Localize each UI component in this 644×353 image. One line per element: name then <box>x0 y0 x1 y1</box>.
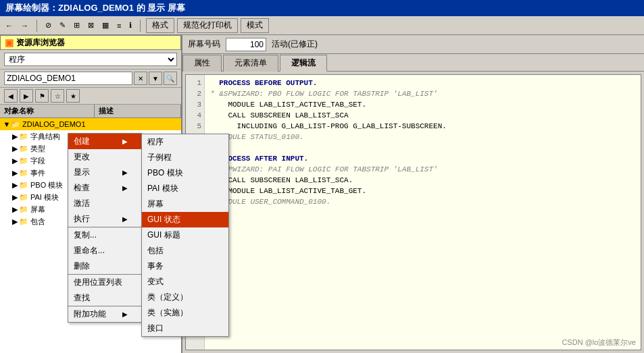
tab-label-properties: 属性 <box>194 58 210 67</box>
ctx-item-find[interactable]: 查找 <box>68 290 141 306</box>
search-find-btn[interactable]: 🔍 <box>164 72 177 85</box>
tree-btn-3[interactable]: ⚑ <box>35 89 49 103</box>
sub-item-6[interactable]: GUI 标题 <box>142 227 228 243</box>
toolbar-btn-3[interactable]: ⊞ <box>71 18 82 33</box>
code-line-2: * &SPWIZARD: PBO FLOW LOGIC FOR TABSTRIP… <box>210 88 635 99</box>
tab-logic[interactable]: 逻辑流 <box>280 55 327 72</box>
tree-label-3: 事件 <box>30 168 45 178</box>
code-line-4: CALL SUBSCREEN LAB_LIST_SCA <box>210 110 635 121</box>
sub-item-5[interactable]: GUI 状态 <box>142 212 228 227</box>
context-menu: 创建 ▶ 程序 子例程 PBO 模块 PAI 模块 屏幕 GUI 状态 GUI … <box>68 133 142 323</box>
tree-btn-4[interactable]: ☆ <box>51 89 64 103</box>
library-icon: ▣ <box>5 37 14 48</box>
ctx-item-display[interactable]: 显示 ▶ <box>68 165 141 180</box>
toolbar-btn-5[interactable]: ▦ <box>99 18 112 33</box>
col-header-desc: 描述 <box>95 105 181 117</box>
tree-toggle-7: ▶ <box>11 217 19 226</box>
forward-button[interactable]: → <box>18 18 31 33</box>
tree-toolbar: ◀ ▶ ⚑ ☆ ★ <box>0 88 181 105</box>
ln-4: 4 <box>189 110 201 121</box>
tab-bar: 属性 元素清单 逻辑流 <box>182 54 644 72</box>
screen-no-input[interactable] <box>226 38 266 51</box>
ctx-item-change[interactable]: 更改 <box>68 149 141 165</box>
tab-label-logic: 逻辑流 <box>291 58 316 67</box>
sub-item-8[interactable]: 事务 <box>142 259 228 274</box>
ctx-label-display: 显示 <box>74 167 90 178</box>
sub-item-9[interactable]: 变式 <box>142 274 228 290</box>
folder-icon-root: 📁 <box>11 120 20 129</box>
tree-btn-1[interactable]: ◀ <box>4 89 18 103</box>
ctx-arrow-create: ▶ <box>122 138 128 145</box>
tree-toggle-0: ▶ <box>11 132 19 141</box>
ctx-item-where-used[interactable]: 使用位置列表 <box>68 274 141 290</box>
sub-item-2[interactable]: PBO 模块 <box>142 165 228 181</box>
ctx-item-delete[interactable]: 删除 <box>68 259 141 274</box>
search-input[interactable] <box>4 72 132 85</box>
sub-item-7[interactable]: 包括 <box>142 243 228 259</box>
tree-toggle-3: ▶ <box>11 169 19 178</box>
format-button[interactable]: 格式 <box>146 18 174 33</box>
tree-label-0: 字典结构 <box>30 132 60 142</box>
screen-no-label: 屏幕号码 <box>188 38 220 50</box>
code-line-3: MODULE LAB_LIST_ACTIVE_TAB_SET. <box>210 99 635 110</box>
code-line-5: INCLUDING G_LAB_LIST-PROG G_LAB_LIST-SUB… <box>210 121 635 132</box>
tree-btn-2[interactable]: ▶ <box>20 89 33 103</box>
ctx-item-activate[interactable]: 激活 <box>68 196 141 211</box>
program-selector: 程序 <box>0 50 181 70</box>
sub-item-10[interactable]: 类（定义） <box>142 290 228 305</box>
ctx-item-copy[interactable]: 复制... <box>68 227 141 243</box>
normalize-button[interactable]: 规范化打印机 <box>177 18 238 33</box>
ctx-label-check: 检查 <box>74 182 90 194</box>
panel-header: ▣ 资源库浏览器 <box>0 35 181 50</box>
tree-label-5: PAI 模块 <box>30 192 59 202</box>
ctx-item-rename[interactable]: 重命名... <box>68 243 141 259</box>
ln-2: 2 <box>189 88 201 99</box>
search-nav-btn[interactable]: ▼ <box>149 72 162 85</box>
ctx-item-create[interactable]: 创建 ▶ <box>68 134 141 149</box>
ctx-item-execute[interactable]: 执行 ▶ <box>68 211 141 227</box>
folder-icon-3: 📁 <box>19 169 28 178</box>
status-label: 活动(已修正) <box>272 38 318 50</box>
code-line-11: MODULE LAB_LIST_ACTIVE_TAB_GET. <box>210 186 635 196</box>
sub-item-4[interactable]: 屏幕 <box>142 196 228 212</box>
right-panel: 屏幕号码 活动(已修正) 属性 元素清单 逻辑流 1 2 3 4 5 6 <box>182 35 644 353</box>
code-line-10: CALL SUBSCREEN LAB_LIST_SCA. <box>210 175 635 186</box>
watermark: CSDN @lo波德莱尔ve <box>562 337 636 348</box>
toolbar-btn-6[interactable]: ≡ <box>114 18 124 33</box>
back-button[interactable]: ← <box>3 18 16 33</box>
ctx-label-additional: 附加功能 <box>74 308 106 320</box>
tree-table-header: 对象名称 描述 <box>0 105 181 118</box>
tab-elements[interactable]: 元素清单 <box>223 55 278 72</box>
sub-menu-create: 程序 子例程 PBO 模块 PAI 模块 屏幕 GUI 状态 GUI 标题 包括… <box>141 134 229 337</box>
toolbar-btn-1[interactable]: ⊘ <box>43 18 54 33</box>
tree-item-root[interactable]: ▼ 📁 ZDIALOG_DEMO1 <box>0 118 181 130</box>
program-dropdown[interactable]: 程序 <box>4 53 177 66</box>
search-clear-btn[interactable]: ✕ <box>134 72 147 85</box>
ctx-item-check[interactable]: 检查 ▶ <box>68 180 141 196</box>
tree-toggle-root: ▼ <box>3 120 11 128</box>
code-area[interactable]: 1 2 3 4 5 6 7 8 9 10 11 12 PROCESS BEFOR… <box>185 74 641 350</box>
sub-item-3[interactable]: PAI 模块 <box>142 181 228 196</box>
tree-toggle-6: ▶ <box>11 205 19 214</box>
right-panel-header: 屏幕号码 活动(已修正) <box>182 35 644 54</box>
tab-label-elements: 元素清单 <box>234 58 267 67</box>
tree-toggle-4: ▶ <box>11 181 19 190</box>
tree-btn-5[interactable]: ★ <box>66 89 80 103</box>
toolbar-btn-7[interactable]: ℹ <box>126 18 134 33</box>
ctx-label-create: 创建 <box>74 136 90 147</box>
sub-item-0[interactable]: 程序 <box>142 134 228 150</box>
tree-label-1: 类型 <box>30 144 45 154</box>
tree-label-root: ZDIALOG_DEMO1 <box>22 120 86 128</box>
sub-item-12[interactable]: 接口 <box>142 321 228 336</box>
ctx-item-additional[interactable]: 附加功能 ▶ <box>68 306 141 322</box>
toolbar-btn-4[interactable]: ⊠ <box>85 18 97 33</box>
sub-item-1[interactable]: 子例程 <box>142 150 228 165</box>
tab-properties[interactable]: 属性 <box>182 55 222 72</box>
mode-button[interactable]: 模式 <box>241 18 269 33</box>
toolbar: ← → ⊘ ✎ ⊞ ⊠ ▦ ≡ ℹ 格式 规范化打印机 模式 <box>0 16 644 35</box>
tree-label-7: 包含 <box>30 217 45 227</box>
toolbar-btn-2[interactable]: ✎ <box>57 18 68 33</box>
code-line-7: □ * <box>210 142 635 153</box>
sub-item-11[interactable]: 类（实施） <box>142 305 228 321</box>
ctx-arrow-display: ▶ <box>122 169 128 176</box>
